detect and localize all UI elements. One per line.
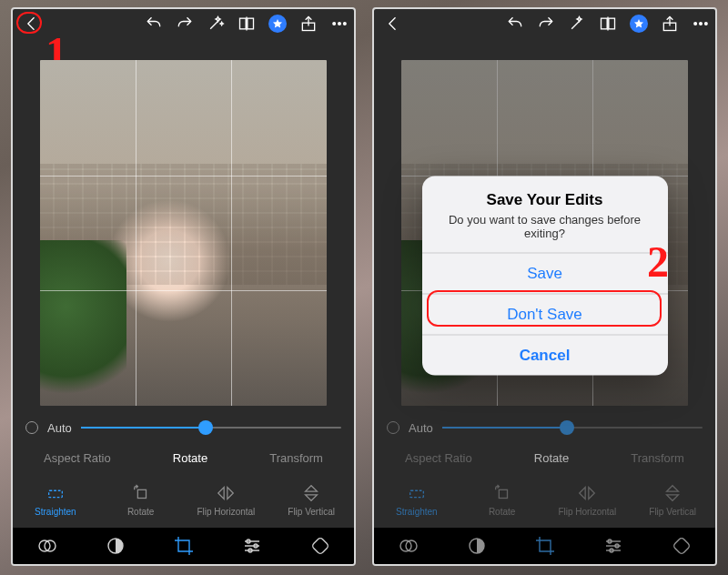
svg-marker-37 — [667, 494, 679, 499]
crop-handle-tr — [674, 60, 688, 74]
more-button[interactable] — [692, 15, 710, 33]
premium-star-icon[interactable] — [268, 15, 287, 33]
tool-flip-horizontal: Flip Horizontal — [555, 483, 619, 517]
geometry-tabs: Aspect Ratio Rotate Transform — [13, 444, 354, 471]
crop-handle-tr[interactable] — [313, 60, 327, 74]
tab-aspect-ratio[interactable]: Aspect Ratio — [44, 451, 111, 465]
compare-icon[interactable] — [599, 15, 617, 33]
svg-rect-24 — [602, 18, 608, 29]
svg-rect-8 — [49, 490, 63, 497]
tool-flip-vertical[interactable]: Flip Vertical — [279, 483, 343, 517]
bottom-nav — [374, 528, 715, 564]
nav-heal-icon[interactable] — [309, 535, 331, 557]
svg-rect-47 — [672, 537, 691, 555]
dialog-title: Save Your Edits — [422, 176, 668, 212]
svg-rect-33 — [499, 489, 507, 498]
tab-transform: Transform — [631, 451, 684, 465]
back-button[interactable] — [18, 15, 46, 33]
tool-rotate[interactable]: Rotate — [109, 483, 173, 517]
svg-rect-9 — [137, 489, 146, 498]
tool-flip-v-label: Flip Vertical — [649, 507, 696, 517]
top-toolbar — [13, 9, 354, 38]
svg-rect-25 — [609, 18, 615, 29]
bottom-nav — [13, 528, 354, 564]
more-button[interactable] — [330, 15, 349, 33]
photo-preview — [40, 60, 327, 406]
dialog-cancel-button[interactable]: Cancel — [422, 334, 668, 375]
tool-flip-vertical: Flip Vertical — [641, 483, 704, 517]
crop-handle-tl[interactable] — [40, 60, 54, 74]
nav-crop-icon[interactable] — [173, 535, 195, 557]
redo-button[interactable] — [176, 15, 194, 33]
redo-button[interactable] — [537, 15, 555, 33]
svg-point-5 — [333, 23, 336, 25]
auto-ring-icon — [387, 421, 399, 434]
compare-icon[interactable] — [238, 15, 256, 33]
nav-light-icon[interactable] — [36, 535, 58, 557]
straighten-slider — [442, 427, 703, 429]
tool-flip-h-label: Flip Horizontal — [558, 507, 616, 517]
crop-handle-br — [674, 392, 688, 406]
share-button[interactable] — [661, 15, 679, 33]
svg-point-6 — [339, 23, 341, 25]
auto-label: Auto — [47, 421, 72, 435]
tutorial-stage: 1 — [0, 0, 728, 575]
tool-flip-horizontal[interactable]: Flip Horizontal — [194, 483, 258, 517]
back-button[interactable] — [379, 15, 407, 33]
premium-star-icon[interactable] — [630, 15, 648, 33]
nav-heal-icon — [671, 535, 693, 557]
svg-marker-27 — [634, 19, 643, 28]
share-button[interactable] — [299, 15, 318, 33]
svg-marker-34 — [580, 487, 585, 499]
rotate-tools: Straighten Rotate Flip Horizontal Flip V… — [374, 471, 715, 528]
wand-icon[interactable] — [568, 15, 586, 33]
tab-aspect-ratio: Aspect Ratio — [405, 451, 472, 465]
nav-crop-icon — [534, 535, 556, 557]
undo-button[interactable] — [506, 15, 524, 33]
tool-straighten-label: Straighten — [35, 507, 76, 517]
save-edits-dialog: Save Your Edits Do you want to save chan… — [422, 176, 668, 375]
tab-transform[interactable]: Transform — [269, 451, 323, 465]
tool-rotate-label: Rotate — [489, 507, 515, 517]
photo-canvas[interactable] — [13, 38, 354, 411]
svg-rect-32 — [410, 490, 424, 497]
tool-rotate-label: Rotate — [127, 507, 154, 517]
tab-rotate: Rotate — [534, 451, 569, 465]
dialog-save-button[interactable]: Save — [422, 252, 668, 293]
tool-rotate: Rotate — [470, 483, 534, 517]
nav-adjust-icon[interactable] — [241, 535, 263, 557]
auto-label: Auto — [409, 421, 433, 435]
svg-point-29 — [694, 23, 697, 25]
wand-icon[interactable] — [207, 15, 225, 33]
tool-flip-v-label: Flip Vertical — [288, 507, 335, 517]
straighten-slider[interactable] — [81, 427, 341, 429]
top-toolbar — [374, 9, 715, 38]
tool-flip-h-label: Flip Horizontal — [197, 507, 255, 517]
nav-adjust-icon — [602, 535, 624, 557]
svg-marker-12 — [306, 485, 318, 490]
nav-color-icon — [466, 535, 488, 557]
svg-marker-10 — [218, 487, 224, 499]
crop-handle-bl — [401, 392, 415, 406]
straighten-slider-row: Auto — [374, 411, 715, 444]
nav-color-icon[interactable] — [105, 535, 126, 557]
dialog-dont-save-button[interactable]: Don't Save — [422, 293, 668, 334]
tool-straighten[interactable]: Straighten — [24, 483, 87, 517]
straighten-slider-row: Auto — [13, 411, 354, 444]
svg-marker-11 — [228, 487, 233, 499]
crop-handle-bl[interactable] — [40, 392, 54, 406]
rotate-tools: Straighten Rotate Flip Horizontal Flip V… — [13, 471, 354, 528]
undo-button[interactable] — [145, 15, 163, 33]
svg-marker-13 — [306, 494, 318, 499]
svg-rect-0 — [240, 18, 247, 29]
nav-light-icon — [398, 535, 420, 557]
tool-straighten: Straighten — [385, 483, 449, 517]
crop-handle-br[interactable] — [313, 392, 327, 406]
svg-point-30 — [700, 23, 703, 25]
svg-rect-23 — [311, 537, 329, 555]
tool-straighten-label: Straighten — [396, 507, 438, 517]
svg-marker-35 — [589, 487, 594, 499]
tab-rotate[interactable]: Rotate — [173, 451, 207, 465]
geometry-tabs: Aspect Ratio Rotate Transform — [374, 444, 715, 471]
auto-ring-icon[interactable] — [25, 421, 38, 434]
